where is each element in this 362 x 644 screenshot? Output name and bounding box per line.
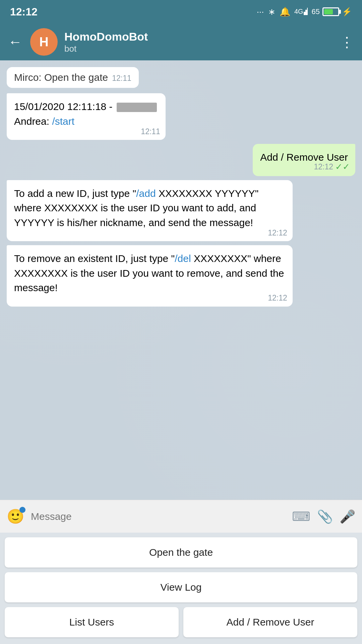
message-start: 15/01/2020 12:11:18 - Andrea: /start 12:… — [7, 93, 166, 140]
keyboard-row-1: Open the gate — [5, 537, 357, 568]
keyboard-toggle-button[interactable]: ⌨ — [292, 509, 310, 524]
message-add-instruction-text: To add a new ID, just type "/add XXXXXXX… — [14, 188, 259, 228]
double-check-icon: ✓✓ — [335, 161, 350, 173]
svg-rect-1 — [304, 12, 305, 15]
svg-rect-2 — [305, 10, 307, 15]
start-command-link: /start — [52, 116, 74, 127]
emoji-badge — [19, 507, 25, 513]
message-partial: Mirco: Open the gate 12:11 — [7, 67, 139, 88]
mic-button[interactable]: 🎤 — [340, 509, 355, 524]
message-add-instruction: To add a new ID, just type "/add XXXXXXX… — [7, 180, 293, 241]
message-add-remove: Add / Remove User 12:12 ✓✓ — [253, 144, 355, 176]
list-users-button[interactable]: List Users — [5, 607, 179, 637]
svg-text:4G: 4G — [294, 8, 303, 15]
signal-dots-icon: ··· — [257, 7, 264, 17]
charging-icon: ⚡ — [342, 7, 352, 16]
battery-box — [322, 7, 339, 16]
input-bar: 🙂 ⌨ 📎 🎤 — [0, 500, 362, 533]
signal-strength-icon: 4G — [294, 6, 308, 18]
emoji-button[interactable]: 🙂 — [7, 508, 24, 525]
more-options-button[interactable]: ⋮ — [340, 34, 354, 50]
message-start-time: 12:11 — [141, 126, 160, 137]
header-info: HomoDomoBot bot — [64, 30, 333, 54]
chat-header: ← H HomoDomoBot bot ⋮ — [0, 23, 362, 60]
open-gate-button[interactable]: Open the gate — [5, 537, 357, 568]
bot-name: HomoDomoBot — [64, 30, 333, 44]
keyboard-area: Open the gate View Log List Users Add / … — [0, 533, 362, 644]
add-remove-user-button[interactable]: Add / Remove User — [183, 607, 357, 637]
attach-button[interactable]: 📎 — [317, 509, 333, 524]
back-button[interactable]: ← — [8, 34, 22, 50]
status-icons: ··· ∗ 🔔 4G 65 ⚡ — [257, 6, 352, 18]
chat-area: Mirco: Open the gate 12:11 15/01/2020 12… — [0, 60, 362, 500]
bot-label: bot — [64, 44, 333, 54]
battery-fill — [324, 9, 333, 14]
add-command-link: /add — [136, 188, 156, 199]
message-start-text: 15/01/2020 12:11:18 - Andrea: /start — [14, 101, 158, 127]
redacted-name — [117, 103, 157, 112]
keyboard-row-3: List Users Add / Remove User — [5, 607, 357, 637]
message-del-instruction: To remove an existent ID, just type "/de… — [7, 245, 293, 307]
battery-level: 65 — [312, 7, 320, 16]
status-bar: 12:12 ··· ∗ 🔔 4G 65 ⚡ — [0, 0, 362, 23]
status-time: 12:12 — [10, 6, 38, 18]
keyboard-row-2: View Log — [5, 572, 357, 602]
del-command-link: /del — [175, 253, 191, 264]
message-partial-text: Mirco: Open the gate — [14, 72, 108, 83]
message-del-instruction-time: 12:12 — [268, 292, 287, 304]
message-input[interactable] — [31, 511, 285, 522]
message-partial-time: 12:11 — [112, 74, 131, 83]
view-log-button[interactable]: View Log — [5, 572, 357, 602]
notification-icon: 🔔 — [280, 7, 290, 17]
avatar: H — [30, 28, 58, 56]
bluetooth-icon: ∗ — [268, 7, 276, 17]
message-add-instruction-time: 12:12 — [268, 227, 287, 238]
message-del-instruction-text: To remove an existent ID, just type "/de… — [14, 253, 284, 293]
svg-rect-3 — [307, 8, 308, 15]
battery-icon: 65 ⚡ — [312, 7, 352, 16]
message-add-remove-time: 12:12 ✓✓ — [314, 161, 350, 173]
